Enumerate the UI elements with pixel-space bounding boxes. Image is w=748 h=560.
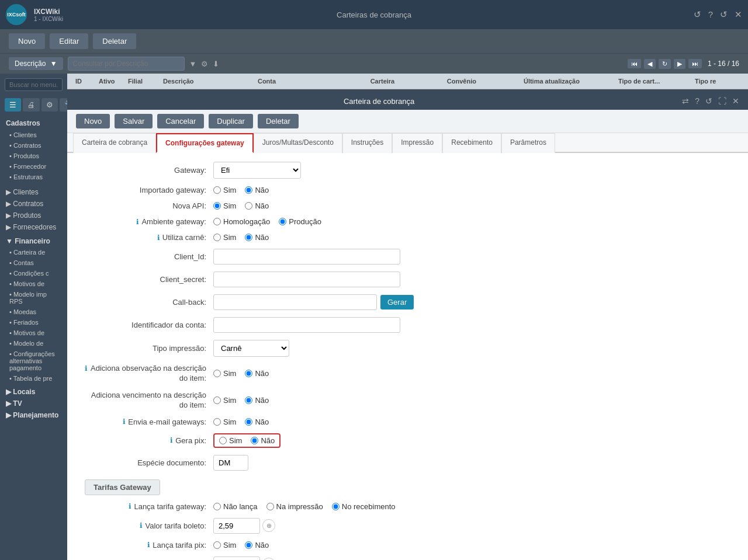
- gateway-select[interactable]: Efi Sicoob: [213, 162, 301, 179]
- pix-sim-label[interactable]: Sim: [219, 436, 242, 445]
- modal-duplicar-button[interactable]: Duplicar: [209, 114, 253, 128]
- close-icon[interactable]: ✕: [735, 9, 742, 20]
- info-icon-obs[interactable]: ℹ: [85, 364, 88, 374]
- exchange-icon[interactable]: ↺: [694, 9, 701, 20]
- download-icon[interactable]: ⬇: [213, 60, 219, 68]
- sidebar-item-condicoes[interactable]: • Condições c: [0, 268, 67, 279]
- sidebar-item-estruturas[interactable]: • Estruturas: [0, 172, 67, 182]
- gerar-button[interactable]: Gerar: [380, 295, 414, 309]
- nao-lanca-label[interactable]: Não lança: [213, 502, 258, 511]
- help-icon[interactable]: ?: [708, 9, 713, 20]
- sidebar-item-clientes[interactable]: • Clientes: [0, 130, 67, 140]
- importado-sim-radio[interactable]: [213, 186, 221, 194]
- tipo-impressao-select[interactable]: Carnê Boleto: [213, 340, 289, 357]
- nav-first-button[interactable]: ⏮: [628, 59, 641, 68]
- carne-sim-label[interactable]: Sim: [213, 233, 236, 242]
- email-nao-label[interactable]: Não: [245, 418, 269, 426]
- venc-sim-radio[interactable]: [213, 396, 221, 404]
- nova-api-sim-label[interactable]: Sim: [213, 201, 236, 210]
- obs-nao-label[interactable]: Não: [245, 369, 269, 378]
- sidebar-item-moedas[interactable]: • Moedas: [0, 307, 67, 317]
- sidebar-folder-contratos[interactable]: ▶ Contratos: [0, 198, 67, 210]
- pix-lanca-sim-label[interactable]: Sim: [213, 541, 236, 549]
- sidebar-item-fornecedor[interactable]: • Fornecedor: [0, 161, 67, 172]
- modal-history-icon[interactable]: ↺: [705, 96, 712, 106]
- nova-api-nao-radio[interactable]: [245, 202, 252, 210]
- sidebar-item-motivos1[interactable]: • Motivos de: [0, 279, 67, 289]
- deletar-button[interactable]: Deletar: [93, 33, 136, 49]
- client-secret-input[interactable]: [213, 272, 400, 287]
- na-impressao-radio[interactable]: [266, 503, 274, 510]
- sidebar-folder-locais[interactable]: ▶ Locais: [0, 386, 67, 398]
- sidebar-item-contas[interactable]: • Contas: [0, 258, 67, 268]
- email-nao-radio[interactable]: [245, 418, 252, 426]
- pix-lanca-nao-radio[interactable]: [245, 541, 252, 549]
- nav-refresh-button[interactable]: ↻: [659, 59, 671, 69]
- especie-input[interactable]: [213, 455, 248, 471]
- valor-pix-info-btn[interactable]: ⊕: [262, 558, 275, 560]
- settings-icon[interactable]: ⚙: [201, 60, 208, 68]
- email-sim-label[interactable]: Sim: [213, 418, 236, 426]
- sidebar-folder-financeiro[interactable]: ▼ Financeiro: [0, 235, 67, 247]
- ambiente-homologacao-radio[interactable]: [213, 218, 221, 225]
- ambiente-producao-radio[interactable]: [279, 218, 286, 225]
- importado-nao-radio[interactable]: [245, 186, 252, 194]
- venc-nao-label[interactable]: Não: [245, 396, 269, 405]
- nav-last-button[interactable]: ⏭: [688, 59, 702, 68]
- editar-button[interactable]: Editar: [50, 33, 88, 49]
- nao-lanca-radio[interactable]: [213, 503, 221, 510]
- client-id-input[interactable]: [213, 249, 400, 265]
- sidebar-folder-fornecedores[interactable]: ▶ Fornecedores: [0, 221, 67, 233]
- history-icon[interactable]: ↺: [720, 9, 728, 20]
- tab-juros[interactable]: Juros/Multas/Desconto: [254, 133, 342, 153]
- info-icon-carne[interactable]: ℹ: [157, 234, 160, 242]
- info-icon-ambiente[interactable]: ℹ: [136, 218, 139, 226]
- novo-button[interactable]: Novo: [9, 33, 45, 49]
- pix-lanca-sim-radio[interactable]: [213, 541, 221, 549]
- sidebar-item-carteira[interactable]: • Carteira de: [0, 247, 67, 258]
- importado-sim-label[interactable]: Sim: [213, 186, 236, 194]
- sidebar-tab-settings[interactable]: ⚙: [41, 98, 58, 112]
- sidebar-item-config-alt[interactable]: • Configurações alternativas pagamento: [0, 349, 67, 373]
- sidebar-item-produtos[interactable]: • Produtos: [0, 151, 67, 161]
- no-recebimento-radio[interactable]: [332, 503, 340, 510]
- gera-pix-radio-group[interactable]: Sim Não: [213, 433, 280, 448]
- valor-pix-input[interactable]: [213, 556, 260, 560]
- sidebar-item-modelo2[interactable]: • Modelo de: [0, 338, 67, 349]
- modal-close-icon[interactable]: ✕: [732, 96, 739, 106]
- filter-icon[interactable]: ▼: [189, 60, 197, 68]
- sidebar-tab-list[interactable]: ☰: [5, 98, 21, 112]
- modal-novo-button[interactable]: Novo: [76, 114, 110, 128]
- modal-salvar-button[interactable]: Salvar: [115, 114, 153, 128]
- sidebar-item-feriados[interactable]: • Feriados: [0, 317, 67, 328]
- nav-next-button[interactable]: ▶: [674, 59, 685, 69]
- ambiente-homologacao-label[interactable]: Homologação: [213, 217, 270, 226]
- filter-field-button[interactable]: Descrição ▼: [9, 57, 63, 70]
- identificador-input[interactable]: [213, 317, 400, 333]
- nova-api-sim-radio[interactable]: [213, 202, 221, 210]
- valor-boleto-info-btn[interactable]: ⊕: [262, 519, 275, 532]
- sidebar-folder-tv[interactable]: ▶ TV: [0, 398, 67, 409]
- search-input[interactable]: [68, 57, 185, 71]
- no-recebimento-label[interactable]: No recebimento: [332, 502, 396, 511]
- sidebar-item-motivos2[interactable]: • Motivos de: [0, 328, 67, 338]
- sidebar-folder-clientes[interactable]: ▶ Clientes: [0, 186, 67, 198]
- sidebar-item-modelo-imp[interactable]: • Modelo imp RPS: [0, 289, 67, 307]
- tab-impressao[interactable]: Impressão: [392, 133, 442, 153]
- info-icon-pix[interactable]: ℹ: [170, 436, 173, 444]
- tab-instrucoes[interactable]: Instruções: [342, 133, 392, 153]
- pix-sim-radio[interactable]: [219, 437, 227, 444]
- modal-expand-icon[interactable]: ⛶: [718, 96, 726, 106]
- info-icon-tarifa[interactable]: ℹ: [129, 502, 131, 510]
- na-impressao-label[interactable]: Na impressão: [266, 502, 323, 511]
- venc-sim-label[interactable]: Sim: [213, 396, 236, 405]
- sidebar-folder-planejamento[interactable]: ▶ Planejamento: [0, 409, 67, 421]
- modal-help-icon[interactable]: ?: [695, 96, 699, 106]
- sidebar-tab-print[interactable]: 🖨: [23, 98, 40, 112]
- info-icon-boleto[interactable]: ℹ: [140, 521, 143, 530]
- nova-api-nao-label[interactable]: Não: [245, 201, 269, 210]
- tab-carteira[interactable]: Carteira de cobrança: [73, 133, 156, 153]
- importado-nao-label[interactable]: Não: [245, 186, 269, 194]
- tab-recebimento[interactable]: Recebimento: [442, 133, 501, 153]
- info-icon-email[interactable]: ℹ: [123, 418, 126, 426]
